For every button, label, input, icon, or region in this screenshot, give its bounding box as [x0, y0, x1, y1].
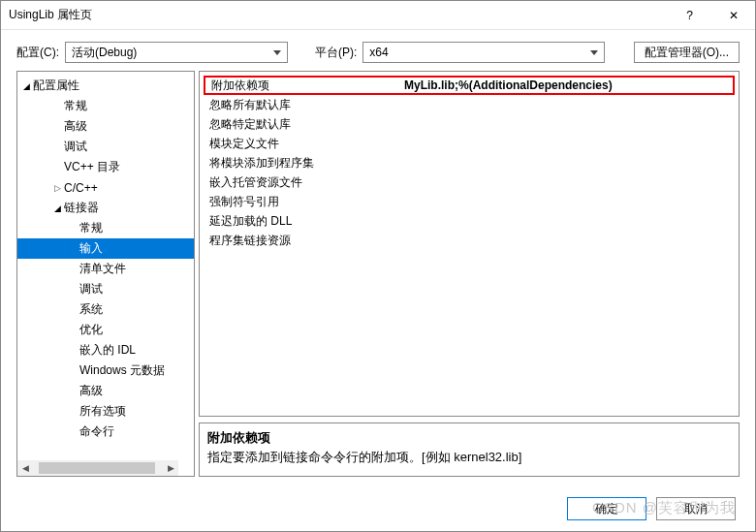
tree-item[interactable]: 系统 [17, 299, 194, 320]
tree-item-label: 高级 [79, 383, 103, 399]
scrollbar-horizontal[interactable]: ◀ ▶ [17, 460, 178, 476]
tree-item[interactable]: Windows 元数据 [17, 360, 194, 381]
grid-row[interactable]: 忽略所有默认库 [204, 95, 735, 114]
tree-item[interactable]: 高级 [17, 381, 194, 401]
config-select[interactable]: 活动(Debug) [65, 42, 288, 63]
tree-item-label: 链接器 [64, 200, 99, 216]
tree-item[interactable]: 清单文件 [17, 259, 194, 279]
grid-key: 忽略特定默认库 [204, 116, 402, 133]
tree-item-label: 命令行 [79, 423, 114, 440]
tree-item[interactable]: 所有选项 [17, 401, 194, 422]
tree-item[interactable]: 常规 [17, 218, 194, 238]
tree-item[interactable]: 命令行 [17, 422, 194, 442]
platform-select[interactable]: x64 [362, 42, 605, 63]
grid-key: 嵌入托管资源文件 [204, 174, 402, 191]
tree-item[interactable]: ◢链接器 [17, 198, 194, 218]
help-button[interactable]: ? [668, 1, 711, 30]
config-bar: 配置(C): 活动(Debug) 平台(P): x64 配置管理器(O)... [1, 30, 755, 71]
tree-pane[interactable]: ◢ 配置属性 常规高级调试VC++ 目录▷C/C++◢链接器常规输入清单文件调试… [16, 71, 195, 477]
grid-key: 忽略所有默认库 [204, 97, 402, 113]
ok-button[interactable]: 确定 [567, 497, 646, 520]
tree-item[interactable]: 高级 [17, 116, 194, 137]
scroll-right-icon[interactable]: ▶ [163, 460, 178, 476]
chevron-down-icon: ◢ [54, 203, 64, 213]
tree-root[interactable]: ◢ 配置属性 [17, 76, 194, 96]
tree-item-label: Windows 元数据 [79, 362, 165, 379]
tree-item[interactable]: 输入 [17, 238, 194, 259]
tree-item-label: 清单文件 [79, 261, 126, 277]
tree-item-label: 调试 [64, 139, 87, 155]
grid-key: 延迟加载的 DLL [204, 213, 402, 230]
config-label: 配置(C): [16, 45, 59, 61]
tree-item-label: 调试 [79, 281, 103, 297]
tree-item[interactable]: VC++ 目录 [17, 157, 194, 177]
tree-item-label: 输入 [79, 240, 103, 257]
tree-item[interactable]: 优化 [17, 320, 194, 340]
grid-row[interactable]: 忽略特定默认库 [204, 114, 735, 134]
grid-key: 附加依赖项 [205, 78, 404, 94]
grid-row[interactable]: 延迟加载的 DLL [204, 211, 735, 231]
grid-row[interactable]: 强制符号引用 [204, 192, 735, 211]
grid-row[interactable]: 附加依赖项MyLib.lib;%(AdditionalDependencies) [204, 76, 735, 95]
grid-row[interactable]: 模块定义文件 [204, 134, 735, 153]
grid-row[interactable]: 嵌入托管资源文件 [204, 172, 735, 192]
grid-key: 将模块添加到程序集 [204, 155, 402, 172]
grid-key: 强制符号引用 [204, 194, 402, 210]
scroll-left-icon[interactable]: ◀ [17, 460, 33, 476]
description-text: 指定要添加到链接命令令行的附加项。[例如 kernel32.lib] [207, 449, 731, 466]
tree-item-label: 嵌入的 IDL [79, 342, 136, 359]
grid-value[interactable]: MyLib.lib;%(AdditionalDependencies) [404, 78, 733, 92]
footer: 确定 取消 CSDN @芙容别为我 [1, 486, 755, 531]
help-icon: ? [686, 9, 693, 22]
tree-item-label: 常规 [64, 98, 87, 114]
tree-item-label: 高级 [64, 118, 87, 135]
tree-item-label: 系统 [79, 301, 103, 318]
tree-item[interactable]: 调试 [17, 137, 194, 157]
grid-row[interactable]: 程序集链接资源 [204, 231, 735, 250]
tree-item[interactable]: ▷C/C++ [17, 177, 194, 198]
tree-item[interactable]: 常规 [17, 96, 194, 116]
grid-row[interactable]: 将模块添加到程序集 [204, 153, 735, 172]
close-button[interactable]: ✕ [711, 1, 755, 30]
titlebar: UsingLib 属性页 ? ✕ [1, 1, 755, 30]
chevron-right-icon: ▷ [54, 183, 64, 193]
tree-item-label: 常规 [79, 220, 103, 236]
tree-item-label: C/C++ [64, 181, 98, 195]
config-manager-button[interactable]: 配置管理器(O)... [634, 42, 740, 63]
tree-item-label: 优化 [79, 322, 103, 338]
description-pane: 附加依赖项 指定要添加到链接命令令行的附加项。[例如 kernel32.lib] [199, 422, 740, 477]
grid-key: 模块定义文件 [204, 136, 402, 152]
tree-item-label: 所有选项 [79, 403, 126, 420]
close-icon: ✕ [729, 9, 739, 22]
tree-item-label: VC++ 目录 [64, 159, 120, 175]
description-title: 附加依赖项 [207, 429, 731, 447]
cancel-button[interactable]: 取消 [656, 497, 736, 520]
property-grid[interactable]: 附加依赖项MyLib.lib;%(AdditionalDependencies)… [199, 71, 740, 417]
grid-key: 程序集链接资源 [204, 233, 402, 249]
tree-item[interactable]: 调试 [17, 279, 194, 299]
window-title: UsingLib 属性页 [9, 7, 668, 23]
tree-item[interactable]: 嵌入的 IDL [17, 340, 194, 360]
platform-label: 平台(P): [315, 45, 357, 61]
chevron-down-icon: ◢ [23, 81, 33, 91]
